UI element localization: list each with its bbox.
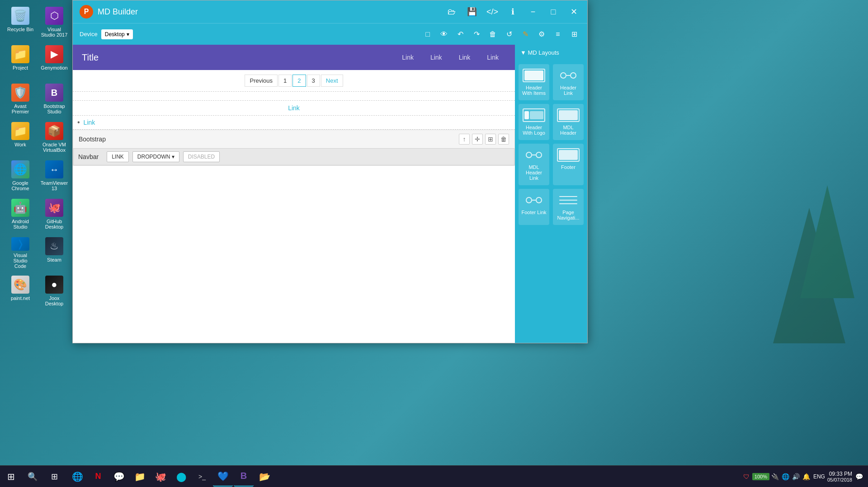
taskbar-app-chrome[interactable]: 🌐 [67, 467, 87, 487]
preview-link-2[interactable]: Link [423, 50, 449, 65]
preview-navbar: Title Link Link Link Link [73, 45, 515, 70]
close-btn[interactable]: ✕ [567, 5, 580, 19]
desktop-icon-paint[interactable]: 🎨 paint.net [5, 273, 36, 309]
layout-footer-link[interactable]: Footer Link [519, 189, 549, 225]
desktop-icon-vscode[interactable]: ❭ Visual Studio Code [5, 235, 36, 271]
taskbar-view-button[interactable]: ⊞ [43, 466, 65, 487]
battery-level: 100% [755, 474, 767, 479]
code-view-btn[interactable]: </> [486, 5, 499, 19]
taskbar-app-vscode[interactable]: 💙 [213, 467, 233, 487]
open-folder-btn[interactable]: 🗁 [445, 5, 458, 19]
teamviewer-label: TeamViewer 13 [41, 180, 68, 191]
app-title: MD Builder [98, 7, 138, 17]
desktop-icon-avast[interactable]: 🛡️ Avast Premier [5, 81, 36, 117]
nav-link-btn[interactable]: LINK [107, 151, 129, 162]
toolbar-eye-icon[interactable]: 👁 [438, 28, 450, 41]
toolbar-grid-icon[interactable]: ⊞ [568, 28, 580, 41]
github-desktop-icon: 🐙 [45, 199, 63, 217]
taskbar-start-button[interactable]: ⊞ [0, 466, 22, 487]
save-btn[interactable]: 💾 [465, 5, 479, 19]
device-label: Device [80, 31, 98, 37]
avast-label: Avast Premier [7, 103, 34, 114]
desktop-icon-teamviewer[interactable]: ↔ TeamViewer 13 [38, 158, 70, 194]
layout-header-items-label: Header With Items [521, 85, 547, 96]
layout-mdl-header-link[interactable]: MDL Header Link [519, 144, 549, 185]
device-select[interactable]: Desktop ▾ [101, 29, 133, 39]
pagination-page-2[interactable]: 2 [292, 75, 306, 87]
desktop-icon-github-desktop[interactable]: 🐙 GitHub Desktop [38, 197, 70, 233]
desktop-icon-joox[interactable]: ● Joox Desktop [38, 273, 70, 309]
toolbar-menu-icon[interactable]: ≡ [552, 28, 564, 41]
oracle-icon: 📦 [45, 122, 63, 140]
action-center-icon[interactable]: 💬 [854, 472, 863, 481]
desktop-icon-bootstrap-studio[interactable]: B Bootstrap Studio [38, 81, 70, 117]
layout-header-with-logo[interactable]: Header With Logo [519, 104, 549, 140]
layout-page-navigation[interactable]: Page Navigati... [553, 189, 584, 225]
taskbar-app-whatsapp[interactable]: 💬 [109, 467, 129, 487]
bootstrap-studio-icon: B [45, 84, 63, 102]
toolbar-delete-icon[interactable]: 🗑 [486, 28, 499, 41]
empty-canvas-area [73, 166, 515, 315]
pagination-page-3[interactable]: 3 [307, 75, 320, 87]
taskbar-app-github[interactable]: 🐙 [151, 467, 170, 487]
pagination-previous[interactable]: Previous [245, 75, 278, 87]
pagination-page-1[interactable]: 1 [278, 75, 292, 87]
layout-footer[interactable]: Footer [553, 144, 584, 185]
header-with-logo-icon [523, 108, 545, 122]
taskbar-app-terminal[interactable]: >_ [192, 467, 212, 487]
sub-link[interactable]: Link [84, 119, 95, 126]
desktop-icon-project[interactable]: 📁 Project [5, 43, 36, 79]
taskbar-app-folder[interactable]: 📂 [255, 467, 274, 487]
notification-icon[interactable]: 🔔 [802, 472, 811, 481]
power-icon[interactable]: 🔌 [771, 472, 780, 481]
main-canvas: Title Link Link Link Link Previous 1 2 3… [73, 45, 515, 343]
desktop-icon-genymotion[interactable]: ▶ Genymotion [38, 43, 70, 79]
layout-header-link[interactable]: Header Link [553, 64, 584, 100]
taskbar-app-netflix[interactable]: N [88, 467, 108, 487]
toolbar-redo-icon[interactable]: ↷ [470, 28, 483, 41]
toolbar-square-icon[interactable]: □ [421, 28, 434, 41]
desktop-icon-recycle-bin[interactable]: 🗑️ Recycle Bin [5, 5, 36, 41]
work-label: Work [14, 142, 26, 147]
desktop-icon-android-studio[interactable]: 🤖 Android Studio [5, 197, 36, 233]
toolbar-gear-icon[interactable]: ⚙ [535, 28, 548, 41]
pagination-next[interactable]: Next [321, 75, 343, 87]
desktop-icon-steam[interactable]: ♨ Steam [38, 235, 70, 271]
volume-icon[interactable]: 🔊 [792, 472, 801, 481]
toolbar-undo-icon[interactable]: ↶ [454, 28, 467, 41]
taskbar-search-button[interactable]: 🔍 [22, 466, 43, 487]
bs-copy-btn[interactable]: ⊞ [485, 134, 496, 145]
desktop-icon-chrome[interactable]: 🌐 Google Chrome [5, 158, 36, 194]
network-icon[interactable]: 🌐 [781, 472, 790, 481]
bs-move-btn[interactable]: ✛ [472, 134, 483, 145]
nav-disabled-btn: DISABLED [183, 151, 220, 162]
preview-link-3[interactable]: Link [452, 50, 478, 65]
chain-circle-1 [560, 72, 566, 79]
preview-navbar-title: Title [82, 52, 99, 63]
minimize-btn[interactable]: − [526, 5, 540, 19]
layout-mdl-header-label: MDL Header [555, 125, 581, 136]
bootstrap-header: Bootstrap ↑ ✛ ⊞ 🗑 [73, 130, 514, 148]
layout-mdl-header[interactable]: MDL Header [553, 104, 584, 140]
nav-dropdown-btn[interactable]: DROPDOWN ▾ [132, 151, 179, 162]
toolbar-refresh-icon[interactable]: ↺ [503, 28, 515, 41]
taskbar-app-bootstrap[interactable]: B [234, 467, 254, 487]
avast-tray-icon[interactable]: 🛡 [742, 472, 751, 481]
info-btn[interactable]: ℹ [506, 5, 519, 19]
maximize-btn[interactable]: □ [547, 5, 560, 19]
bs-delete-btn[interactable]: 🗑 [498, 134, 509, 145]
layout-header-with-items[interactable]: Header With Items [519, 64, 549, 100]
desktop-icon-oracle[interactable]: 📦 Oracle VM VirtualBox [38, 120, 70, 156]
link-center[interactable]: Link [288, 104, 300, 112]
desktop-icon-vs2017[interactable]: ⬡ Visual Studio 2017 [38, 5, 70, 41]
title-bar-right: 🗁 💾 </> ℹ − □ ✕ [445, 5, 580, 19]
taskbar-app-joox[interactable]: ⬤ [171, 467, 191, 487]
bs-move-up-btn[interactable]: ↑ [459, 134, 470, 145]
desktop-icon-work[interactable]: 📁 Work [5, 120, 36, 156]
toolbar-pen-icon[interactable]: ✎ [519, 28, 532, 41]
work-icon: 📁 [11, 122, 29, 140]
layout-page-nav-label: Page Navigati... [555, 210, 581, 220]
preview-link-4[interactable]: Link [480, 50, 506, 65]
taskbar-app-files[interactable]: 📁 [130, 467, 150, 487]
preview-link-1[interactable]: Link [395, 50, 421, 65]
